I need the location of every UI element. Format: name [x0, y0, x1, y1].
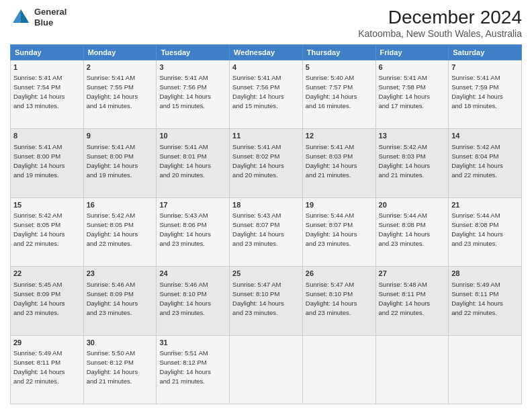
- table-row: 18 Sunrise: 5:43 AMSunset: 8:07 PMDaylig…: [230, 197, 303, 266]
- table-row: 20 Sunrise: 5:44 AMSunset: 8:08 PMDaylig…: [375, 197, 449, 266]
- logo: General Blue: [10, 7, 66, 28]
- empty-cell: [375, 335, 449, 404]
- table-row: 7 Sunrise: 5:41 AMSunset: 7:59 PMDayligh…: [449, 60, 522, 129]
- table-row: 8 Sunrise: 5:41 AMSunset: 8:00 PMDayligh…: [11, 129, 84, 197]
- table-row: 15 Sunrise: 5:42 AMSunset: 8:05 PMDaylig…: [11, 197, 84, 266]
- table-row: 27 Sunrise: 5:48 AMSunset: 8:11 PMDaylig…: [375, 267, 449, 335]
- table-row: 19 Sunrise: 5:44 AMSunset: 8:07 PMDaylig…: [302, 197, 375, 266]
- table-row: 14 Sunrise: 5:42 AMSunset: 8:04 PMDaylig…: [449, 129, 522, 197]
- empty-cell: [449, 335, 522, 404]
- col-thursday: Thursday: [302, 45, 375, 60]
- empty-cell: [302, 335, 375, 404]
- col-wednesday: Wednesday: [230, 45, 303, 60]
- subtitle: Katoomba, New South Wales, Australia: [358, 28, 522, 39]
- table-row: 30 Sunrise: 5:50 AMSunset: 8:12 PMDaylig…: [83, 335, 157, 404]
- table-row: 1 Sunrise: 5:41 AMSunset: 7:54 PMDayligh…: [11, 60, 84, 129]
- table-row: 31 Sunrise: 5:51 AMSunset: 8:12 PMDaylig…: [157, 335, 230, 404]
- header: General Blue December 2024 Katoomba, New…: [10, 7, 522, 39]
- table-row: 3 Sunrise: 5:41 AMSunset: 7:56 PMDayligh…: [157, 60, 230, 129]
- page: General Blue December 2024 Katoomba, New…: [0, 0, 532, 411]
- table-row: 13 Sunrise: 5:42 AMSunset: 8:03 PMDaylig…: [375, 129, 449, 197]
- table-row: 26 Sunrise: 5:47 AMSunset: 8:10 PMDaylig…: [302, 267, 375, 335]
- table-row: 25 Sunrise: 5:47 AMSunset: 8:10 PMDaylig…: [230, 267, 303, 335]
- svg-marker-1: [21, 9, 29, 23]
- logo-text: General Blue: [34, 7, 66, 28]
- title-block: December 2024 Katoomba, New South Wales,…: [358, 7, 522, 39]
- calendar-week-row: 22 Sunrise: 5:45 AMSunset: 8:09 PMDaylig…: [11, 267, 522, 335]
- calendar-table: Sunday Monday Tuesday Wednesday Thursday…: [10, 44, 522, 404]
- table-row: 28 Sunrise: 5:49 AMSunset: 8:11 PMDaylig…: [449, 267, 522, 335]
- table-row: 9 Sunrise: 5:41 AMSunset: 8:00 PMDayligh…: [83, 129, 157, 197]
- table-row: 5 Sunrise: 5:40 AMSunset: 7:57 PMDayligh…: [302, 60, 375, 129]
- table-row: 29 Sunrise: 5:49 AMSunset: 8:11 PMDaylig…: [11, 335, 84, 404]
- col-sunday: Sunday: [11, 45, 84, 60]
- col-tuesday: Tuesday: [157, 45, 230, 60]
- col-saturday: Saturday: [449, 45, 522, 60]
- table-row: 10 Sunrise: 5:41 AMSunset: 8:01 PMDaylig…: [157, 129, 230, 197]
- table-row: 11 Sunrise: 5:41 AMSunset: 8:02 PMDaylig…: [230, 129, 303, 197]
- calendar-week-row: 1 Sunrise: 5:41 AMSunset: 7:54 PMDayligh…: [11, 60, 522, 129]
- table-row: 23 Sunrise: 5:46 AMSunset: 8:09 PMDaylig…: [83, 267, 157, 335]
- calendar-header-row: Sunday Monday Tuesday Wednesday Thursday…: [11, 45, 522, 60]
- table-row: 6 Sunrise: 5:41 AMSunset: 7:58 PMDayligh…: [375, 60, 449, 129]
- col-friday: Friday: [375, 45, 449, 60]
- calendar-week-row: 29 Sunrise: 5:49 AMSunset: 8:11 PMDaylig…: [11, 335, 522, 404]
- col-monday: Monday: [83, 45, 157, 60]
- table-row: 12 Sunrise: 5:41 AMSunset: 8:03 PMDaylig…: [302, 129, 375, 197]
- table-row: 17 Sunrise: 5:43 AMSunset: 8:06 PMDaylig…: [157, 197, 230, 266]
- logo-icon: [10, 7, 32, 28]
- calendar-week-row: 15 Sunrise: 5:42 AMSunset: 8:05 PMDaylig…: [11, 197, 522, 266]
- table-row: 22 Sunrise: 5:45 AMSunset: 8:09 PMDaylig…: [11, 267, 84, 335]
- table-row: 24 Sunrise: 5:46 AMSunset: 8:10 PMDaylig…: [157, 267, 230, 335]
- table-row: 16 Sunrise: 5:42 AMSunset: 8:05 PMDaylig…: [83, 197, 157, 266]
- calendar-week-row: 8 Sunrise: 5:41 AMSunset: 8:00 PMDayligh…: [11, 129, 522, 197]
- empty-cell: [230, 335, 303, 404]
- table-row: 4 Sunrise: 5:41 AMSunset: 7:56 PMDayligh…: [230, 60, 303, 129]
- main-title: December 2024: [358, 7, 522, 28]
- table-row: 21 Sunrise: 5:44 AMSunset: 8:08 PMDaylig…: [449, 197, 522, 266]
- table-row: 2 Sunrise: 5:41 AMSunset: 7:55 PMDayligh…: [83, 60, 157, 129]
